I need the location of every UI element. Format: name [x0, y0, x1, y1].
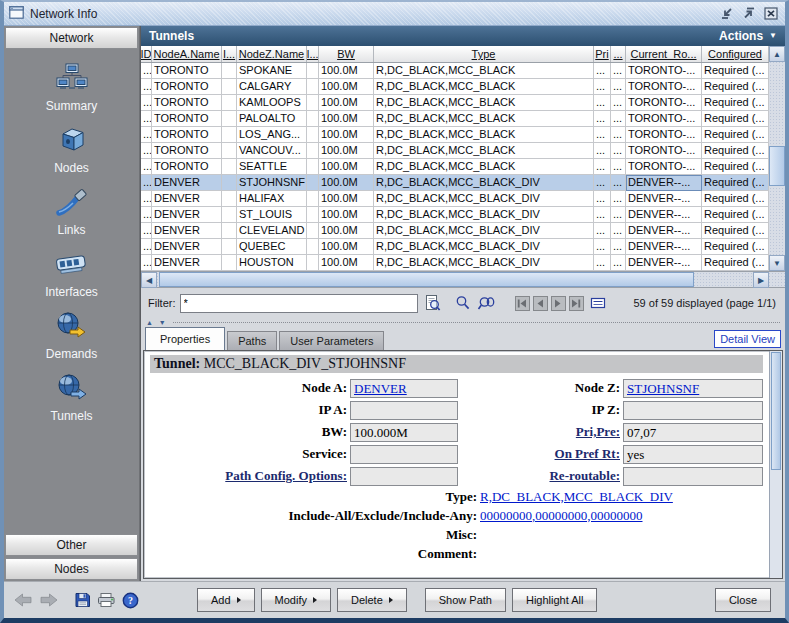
table-cell: Required (... — [702, 255, 769, 271]
title-bar[interactable]: Network Info — [4, 2, 785, 26]
sidebar-item-summary[interactable]: Summary — [46, 63, 97, 113]
sidebar-item-interfaces[interactable]: Interfaces — [45, 249, 98, 299]
table-cell: Required (... — [702, 239, 769, 255]
table-row[interactable]: ...DENVERSTJOHNSNF100.0MR,DC_BLACK,MCC_B… — [141, 175, 769, 191]
modify-button[interactable]: Modify — [261, 588, 331, 612]
column-header-blank-8[interactable]: ... — [611, 46, 626, 62]
previous-page-button[interactable] — [533, 296, 548, 311]
vertical-scrollbar[interactable]: ▲ ▼ — [769, 46, 785, 271]
actions-menu[interactable]: Actions ▼ — [719, 29, 777, 43]
column-header-type-6[interactable]: Type — [374, 46, 594, 62]
field-label-re-routable[interactable]: Re-routable: — [458, 468, 623, 484]
horizontal-scroll-track[interactable] — [157, 272, 753, 287]
field-label-pri-pre[interactable]: Pri,Pre: — [458, 424, 623, 440]
scroll-right-icon[interactable]: ▶ — [753, 272, 769, 288]
column-header-i-4[interactable]: I... — [307, 46, 319, 62]
column-header-id-0[interactable]: ID — [141, 46, 152, 62]
field-value-include-all-exclude-include-any[interactable]: 00000000,00000000,00000000 — [480, 508, 643, 524]
field-value-type[interactable]: R,DC_BLACK,MCC_BLACK_DIV — [480, 489, 673, 505]
table-cell: 100.0M — [319, 63, 374, 79]
table-row[interactable]: ...DENVERHALIFAX100.0MR,DC_BLACK,MCC_BLA… — [141, 191, 769, 207]
field-value-on-pref-rt: yes — [623, 445, 763, 464]
table-cell: DENVER — [152, 175, 222, 191]
table-row[interactable]: ...TORONTOPALOALTO100.0MR,DC_BLACK,MCC_B… — [141, 111, 769, 127]
table-cell: Required (... — [702, 191, 769, 207]
table-cell: ... — [141, 191, 152, 207]
table-cell — [222, 255, 237, 271]
table-row[interactable]: ...TORONTOKAMLOOPS100.0MR,DC_BLACK,MCC_B… — [141, 95, 769, 111]
column-header-nodez-name-3[interactable]: NodeZ.Name — [237, 46, 307, 62]
table-row[interactable]: ...DENVERST_LOUIS100.0MR,DC_BLACK,MCC_BL… — [141, 207, 769, 223]
tunnel-header: Tunnel: MCC_BLACK_DIV_STJOHNSNF — [150, 355, 763, 373]
scroll-up-icon[interactable]: ▲ — [769, 46, 785, 62]
field-label-path-config-options[interactable]: Path Config. Options: — [150, 468, 350, 484]
print-icon[interactable] — [97, 592, 116, 608]
show-path-button[interactable]: Show Path — [425, 588, 506, 612]
properties-scrollbar[interactable] — [769, 351, 782, 578]
table-row[interactable]: ...TORONTOLOS_ANG...100.0MR,DC_BLACK,MCC… — [141, 127, 769, 143]
field-value-bw: 100.000M — [350, 423, 458, 442]
save-icon[interactable] — [74, 592, 91, 608]
search-icon[interactable] — [455, 295, 471, 311]
column-header-i-2[interactable]: I... — [222, 46, 237, 62]
tunnel-label: Tunnel: — [154, 356, 200, 371]
nodes-button[interactable]: Nodes — [5, 558, 138, 580]
horizontal-scrollbar[interactable]: ◀ ▶ — [141, 271, 785, 287]
sidebar-item-demands[interactable]: Demands — [46, 311, 97, 361]
tab-properties[interactable]: Properties — [145, 327, 225, 350]
maximize-icon[interactable] — [740, 6, 758, 22]
table-row[interactable]: ...DENVERCLEVELAND100.0MR,DC_BLACK,MCC_B… — [141, 223, 769, 239]
column-header-pri-7[interactable]: Pri — [594, 46, 611, 62]
table-view-icon[interactable] — [590, 296, 606, 310]
table-cell: 100.0M — [319, 143, 374, 159]
table-cell — [307, 207, 319, 223]
tab-user-parameters[interactable]: User Parameters — [279, 331, 384, 350]
network-button[interactable]: Network — [5, 27, 138, 49]
splitter-collapse-icons[interactable]: ▲ ▼ — [146, 319, 168, 326]
table-cell: ... — [594, 111, 611, 127]
horizontal-scroll-thumb[interactable] — [159, 272, 694, 287]
column-header-configured-10[interactable]: Configured — [702, 46, 769, 62]
back-icon[interactable] — [14, 593, 33, 607]
column-header-current-ro-9[interactable]: Current_Ro... — [626, 46, 702, 62]
delete-button[interactable]: Delete — [337, 588, 407, 612]
table-row[interactable]: ...DENVERQUEBEC100.0MR,DC_BLACK,MCC_BLAC… — [141, 239, 769, 255]
table-row[interactable]: ...TORONTOVANCOUV...100.0MR,DC_BLACK,MCC… — [141, 143, 769, 159]
button-label: Show Path — [439, 594, 492, 606]
other-button[interactable]: Other — [5, 534, 138, 556]
scroll-down-icon[interactable]: ▼ — [769, 255, 785, 271]
forward-icon[interactable] — [39, 593, 58, 607]
tab-paths[interactable]: Paths — [227, 331, 277, 350]
close-button[interactable]: Close — [715, 588, 771, 612]
detail-view-button[interactable]: Detail View — [714, 330, 781, 348]
help-icon[interactable]: ? — [122, 592, 139, 609]
last-page-button[interactable] — [569, 296, 584, 311]
table-row[interactable]: ...DENVERHOUSTON100.0MR,DC_BLACK,MCC_BLA… — [141, 255, 769, 271]
sidebar-item-tunnels[interactable]: Tunnels — [50, 373, 92, 423]
table-row[interactable]: ...TORONTOSEATTLE100.0MR,DC_BLACK,MCC_BL… — [141, 159, 769, 175]
search-plus-icon[interactable] — [477, 295, 497, 311]
sidebar-item-links[interactable]: Links — [55, 187, 89, 237]
scroll-left-icon[interactable]: ◀ — [141, 272, 157, 288]
column-header-bw-5[interactable]: BW — [319, 46, 374, 62]
report-icon[interactable] — [424, 294, 441, 312]
table-cell: ... — [141, 255, 152, 271]
splitter[interactable]: ▲ ▼ — [141, 318, 785, 327]
first-page-button[interactable] — [515, 296, 530, 311]
close-icon[interactable] — [762, 6, 780, 22]
next-page-button[interactable] — [551, 296, 566, 311]
table-row[interactable]: ...TORONTOSPOKANE100.0MR,DC_BLACK,MCC_BL… — [141, 63, 769, 79]
field-label-on-pref-rt[interactable]: On Pref Rt: — [458, 446, 623, 462]
sidebar-item-nodes[interactable]: Nodes — [54, 125, 89, 175]
restore-icon[interactable] — [718, 6, 736, 22]
table-cell: ... — [141, 223, 152, 239]
table-cell: ... — [141, 111, 152, 127]
add-button[interactable]: Add — [197, 588, 255, 612]
highlight-all-button[interactable]: Highlight All — [512, 588, 597, 612]
network-computers-icon — [55, 63, 89, 97]
filter-input[interactable] — [180, 294, 418, 313]
column-header-nodea-name-1[interactable]: NodeA.Name — [152, 46, 222, 62]
properties-scroll-thumb[interactable] — [771, 352, 781, 470]
table-row[interactable]: ...TORONTOCALGARY100.0MR,DC_BLACK,MCC_BL… — [141, 79, 769, 95]
vertical-scroll-thumb[interactable] — [769, 146, 785, 186]
